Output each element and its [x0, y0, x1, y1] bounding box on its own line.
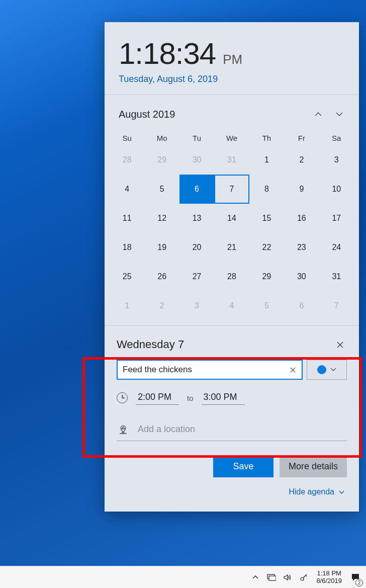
calendar-day-cell[interactable]: 15 — [249, 204, 284, 233]
chevron-down-icon — [335, 110, 343, 118]
month-label[interactable]: August 2019 — [119, 109, 308, 120]
calendar-day-header: Sa — [319, 130, 354, 145]
calendar-day-cell[interactable]: 31 — [214, 145, 249, 175]
calendar-day-cell[interactable]: 2 — [284, 145, 319, 175]
security-tray-icon[interactable] — [297, 566, 310, 589]
clock-ampm: PM — [223, 52, 242, 67]
calendar-day-cell[interactable]: 12 — [144, 204, 179, 233]
calendar-day-cell[interactable]: 8 — [249, 175, 284, 204]
calendar-day-cell[interactable]: 16 — [284, 204, 319, 233]
calendar-day-header: Tu — [179, 130, 214, 145]
calendar-day-cell[interactable]: 21 — [214, 233, 249, 262]
taskbar-time: 1:18 PM — [316, 570, 342, 577]
svg-line-9 — [306, 575, 307, 576]
calendar-day-cell[interactable]: 13 — [179, 204, 214, 233]
calendar-color-picker[interactable] — [307, 360, 347, 380]
color-dot-icon — [317, 365, 326, 374]
calendar-day-cell[interactable]: 5 — [249, 291, 284, 320]
monitor-icon — [267, 574, 276, 581]
next-month-button[interactable] — [329, 105, 350, 124]
calendar-day-cell[interactable]: 11 — [110, 204, 144, 233]
calendar-day-cell[interactable]: 3 — [319, 145, 354, 175]
speaker-icon — [284, 574, 292, 581]
calendar-day-cell[interactable]: 28 — [110, 145, 144, 175]
taskbar-clock[interactable]: 1:18 PM 8/6/2019 — [313, 570, 345, 585]
calendar-day-cell[interactable]: 22 — [249, 233, 284, 262]
calendar-day-cell[interactable]: 6 — [179, 175, 214, 204]
calendar-day-cell[interactable]: 14 — [214, 204, 249, 233]
calendar-day-cell[interactable]: 20 — [179, 233, 214, 262]
calendar-day-header: Fr — [284, 130, 319, 145]
calendar-day-cell[interactable]: 4 — [110, 175, 144, 204]
close-icon — [290, 367, 296, 373]
clock-date-link[interactable]: Tuesday, August 6, 2019 — [119, 74, 345, 85]
event-panel: Wednesday 7 2:00 PM to 3:00 PM — [105, 326, 359, 512]
calendar-day-cell[interactable]: 9 — [284, 175, 319, 204]
calendar-day-cell[interactable]: 26 — [144, 262, 179, 291]
chevron-up-icon — [252, 574, 258, 580]
event-day-label: Wednesday 7 — [117, 338, 333, 351]
end-time-input[interactable]: 3:00 PM — [202, 391, 245, 405]
calendar-day-cell[interactable]: 30 — [179, 145, 214, 175]
volume-tray-icon[interactable] — [281, 566, 294, 589]
calendar-day-cell[interactable]: 1 — [110, 291, 144, 320]
close-event-button[interactable] — [333, 338, 347, 352]
clear-title-button[interactable] — [286, 360, 300, 380]
calendar-day-header: Su — [110, 130, 144, 145]
calendar-day-cell[interactable]: 1 — [249, 145, 284, 175]
calendar-flyout: 1:18:34 PM Tuesday, August 6, 2019 Augus… — [105, 22, 359, 512]
clock-time: 1:18:34 — [119, 36, 216, 71]
chevron-up-icon — [314, 110, 322, 118]
location-input[interactable] — [138, 422, 347, 437]
tray-overflow-button[interactable] — [249, 566, 262, 589]
calendar-day-cell[interactable]: 18 — [110, 233, 144, 262]
calendar-day-cell[interactable]: 7 — [214, 175, 249, 204]
calendar-day-cell[interactable]: 31 — [319, 262, 354, 291]
calendar-day-cell[interactable]: 4 — [214, 291, 249, 320]
event-title-input[interactable] — [117, 360, 303, 380]
to-label: to — [187, 394, 194, 402]
svg-rect-6 — [269, 576, 276, 580]
start-time-input[interactable]: 2:00 PM — [136, 391, 179, 405]
hide-agenda-label: Hide agenda — [289, 487, 334, 496]
calendar-day-cell[interactable]: 25 — [110, 262, 144, 291]
action-center-button[interactable]: 2 — [348, 566, 363, 589]
calendar-day-cell[interactable]: 28 — [214, 262, 249, 291]
more-details-button[interactable]: More details — [280, 455, 347, 477]
month-header: August 2019 — [105, 96, 359, 130]
calendar-day-cell[interactable]: 19 — [144, 233, 179, 262]
calendar-day-cell[interactable]: 24 — [319, 233, 354, 262]
taskbar: 1:18 PM 8/6/2019 2 — [0, 566, 366, 588]
calendar-day-cell[interactable]: 2 — [144, 291, 179, 320]
calendar-day-header: We — [214, 130, 249, 145]
hide-agenda-link[interactable]: Hide agenda — [117, 487, 347, 499]
clock-icon — [117, 392, 128, 403]
calendar-day-cell[interactable]: 3 — [179, 291, 214, 320]
calendar-day-cell[interactable]: 10 — [319, 175, 354, 204]
calendar-day-cell[interactable]: 29 — [249, 262, 284, 291]
location-icon — [118, 424, 129, 435]
calendar-day-cell[interactable]: 23 — [284, 233, 319, 262]
calendar-day-cell[interactable]: 5 — [144, 175, 179, 204]
network-tray-icon[interactable] — [265, 566, 278, 589]
calendar-day-cell[interactable]: 30 — [284, 262, 319, 291]
taskbar-date: 8/6/2019 — [316, 577, 342, 585]
save-button[interactable]: Save — [213, 455, 273, 477]
calendar-day-cell[interactable]: 7 — [319, 291, 354, 320]
close-icon — [337, 342, 343, 348]
notification-count-badge: 2 — [355, 579, 363, 586]
calendar-day-cell[interactable]: 17 — [319, 204, 354, 233]
chevron-down-icon — [330, 367, 336, 373]
chevron-down-icon — [338, 489, 345, 495]
clock-section: 1:18:34 PM Tuesday, August 6, 2019 — [105, 22, 359, 95]
prev-month-button[interactable] — [308, 105, 329, 124]
calendar-day-header: Th — [249, 130, 284, 145]
calendar-day-cell[interactable]: 6 — [284, 291, 319, 320]
calendar-day-header: Mo — [144, 130, 179, 145]
key-icon — [300, 573, 308, 581]
calendar-grid: SuMoTuWeThFrSa28293031123456789101112131… — [105, 130, 359, 325]
calendar-day-cell[interactable]: 29 — [144, 145, 179, 175]
calendar-day-cell[interactable]: 27 — [179, 262, 214, 291]
